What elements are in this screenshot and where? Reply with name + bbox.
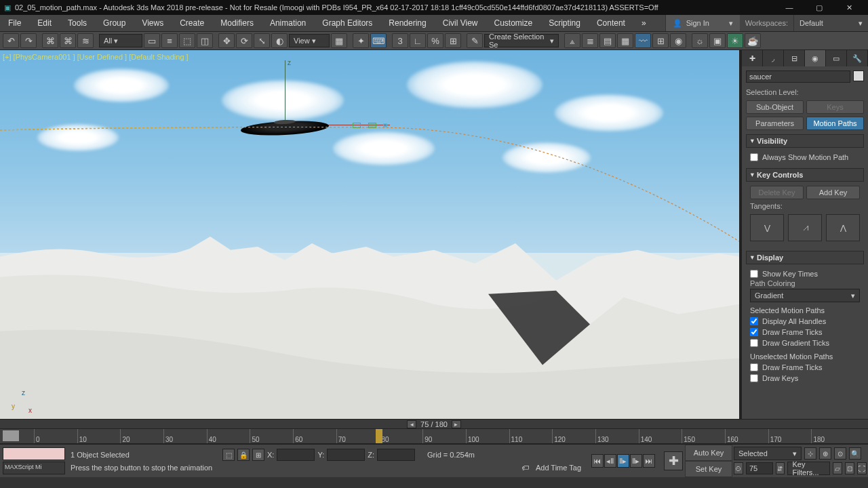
render-preset-button[interactable]: ☕ — [745, 33, 761, 48]
workspace-select[interactable]: Default ▾ — [793, 15, 868, 31]
menu-grapheditors[interactable]: Graph Editors — [314, 15, 380, 31]
menu-create[interactable]: Create — [172, 15, 212, 31]
align-button[interactable]: ≣ — [582, 33, 598, 48]
menu-modifiers[interactable]: Modifiers — [212, 15, 262, 31]
nav-walk-button[interactable]: ⊡ — [845, 462, 854, 474]
auto-key-button[interactable]: Auto Key — [685, 445, 732, 461]
add-time-tag[interactable]: Add Time Tag — [536, 464, 581, 472]
layers-button[interactable]: ▤ — [599, 33, 616, 48]
playhead[interactable] — [376, 429, 382, 443]
track-bar[interactable]: ◂ 75 / 180 ▸ — [0, 419, 868, 428]
keys-button[interactable]: Keys — [806, 100, 864, 114]
placement-button[interactable]: ◐ — [271, 33, 288, 48]
menu-rendering[interactable]: Rendering — [380, 15, 434, 31]
menu-edit[interactable]: Edit — [29, 15, 60, 31]
nav-zoom-button[interactable]: 🔍 — [849, 447, 861, 460]
keymode-select[interactable]: Selected▾ — [734, 447, 802, 460]
always-show-check[interactable]: Always Show Motion Path — [750, 152, 860, 163]
menu-overflow[interactable]: » — [633, 15, 654, 31]
goto-end-button[interactable]: ⏭ — [643, 454, 655, 468]
undo-button[interactable]: ↶ — [3, 33, 19, 48]
material-editor-button[interactable]: ◉ — [670, 33, 686, 48]
path-coloring-select[interactable]: Gradient▾ — [750, 289, 860, 302]
draw-gradientticks-check[interactable]: Draw Gradient Ticks — [750, 338, 860, 348]
menu-customize[interactable]: Customize — [486, 15, 541, 31]
rollout-keycontrols[interactable]: Key Controls — [746, 168, 864, 182]
named-selset-edit-button[interactable]: ✎ — [467, 33, 483, 48]
key-filters-button[interactable]: Key Filters... — [787, 462, 830, 475]
tangent-in-button[interactable]: ⋁ — [750, 214, 784, 241]
current-frame-input[interactable]: 75 — [746, 462, 773, 474]
draw-frameticks-check[interactable]: Draw Frame Ticks — [750, 327, 860, 338]
manipulate-button[interactable]: ✦ — [353, 33, 369, 48]
angle-snap-button[interactable]: ∟ — [410, 33, 426, 48]
rollout-visibility[interactable]: Visibility — [746, 134, 864, 148]
tab-hierarchy[interactable]: ⊟ — [784, 50, 805, 66]
isolate-button[interactable]: ⊞ — [252, 449, 264, 461]
u-draw-keys-check[interactable]: Draw Keys — [750, 373, 860, 384]
menu-views[interactable]: Views — [134, 15, 172, 31]
menu-animation[interactable]: Animation — [262, 15, 314, 31]
viewport[interactable]: [+] [PhysCamera001 ] [User Defined ] [De… — [0, 50, 741, 419]
menu-content[interactable]: Content — [589, 15, 633, 31]
lock-selection-button[interactable]: ⬚ — [222, 449, 235, 461]
subobject-button[interactable]: Sub-Object — [746, 100, 804, 114]
tangent-both-button[interactable]: ⩘ — [788, 214, 822, 241]
tangent-out-button[interactable]: ⋀ — [826, 214, 860, 241]
unlink-button[interactable]: ⌘ — [60, 33, 76, 48]
menu-scripting[interactable]: Scripting — [540, 15, 589, 31]
tab-display[interactable]: ▭ — [826, 50, 847, 66]
x-input[interactable] — [277, 449, 315, 461]
close-button[interactable]: ✕ — [834, 0, 864, 15]
display-handles-check[interactable]: Display All Handles — [750, 316, 860, 327]
track-right-button[interactable]: ▸ — [452, 420, 461, 428]
maxscript-mini[interactable]: MAXScript Mi — [3, 462, 65, 474]
lock-button[interactable]: 🔒 — [237, 449, 250, 461]
viewport-label[interactable]: [+] [PhysCamera001 ] [User Defined ] [De… — [3, 53, 189, 61]
u-draw-frameticks-check[interactable]: Draw Frame Ticks — [750, 362, 860, 373]
tab-motion[interactable]: ◉ — [805, 50, 826, 66]
menu-file[interactable]: File — [0, 15, 29, 31]
named-selset[interactable]: Create Selection Se ▾ — [484, 34, 559, 47]
keymode-button[interactable]: ✚ — [664, 451, 683, 470]
percent-snap-button[interactable]: % — [427, 33, 443, 48]
redo-button[interactable]: ↷ — [20, 33, 37, 48]
prompt-color-box[interactable] — [3, 447, 65, 460]
prev-frame-button[interactable]: ◂Ⅱ — [604, 454, 616, 468]
goto-start-button[interactable]: ⏮ — [591, 454, 604, 468]
menu-tools[interactable]: Tools — [60, 15, 95, 31]
snap-toggle-button[interactable]: 3 — [392, 33, 408, 48]
motion-paths-button[interactable]: Motion Paths — [806, 117, 864, 130]
selection-filter[interactable]: All ▾ — [99, 34, 142, 47]
timeline-prompt-icon[interactable] — [3, 430, 19, 441]
tab-utilities[interactable]: 🔧 — [847, 50, 868, 66]
mirror-button[interactable]: ⟁ — [564, 33, 580, 48]
menu-group[interactable]: Group — [95, 15, 134, 31]
ribbon-button[interactable]: ▦ — [617, 33, 633, 48]
nav-fov-button[interactable]: ▱ — [833, 462, 842, 474]
minimize-button[interactable]: — — [774, 0, 804, 15]
scale-button[interactable]: ⤡ — [254, 33, 270, 48]
select-rect-button[interactable]: ⬚ — [179, 33, 195, 48]
y-input[interactable] — [327, 449, 365, 461]
rotate-button[interactable]: ⟳ — [236, 33, 252, 48]
maximize-button[interactable]: ▢ — [804, 0, 834, 15]
move-button[interactable]: ✥ — [218, 33, 235, 48]
nav-orbit-button[interactable]: ⊕ — [819, 447, 831, 460]
color-swatch[interactable] — [853, 70, 864, 81]
select-window-button[interactable]: ◫ — [197, 33, 213, 48]
track-left-button[interactable]: ◂ — [407, 420, 416, 428]
show-keytimes-check[interactable]: Show Key Times — [750, 268, 860, 279]
z-input[interactable] — [377, 449, 415, 461]
time-config-button[interactable]: ⏲ — [734, 462, 743, 474]
nav-dolly-button[interactable]: ⊙ — [834, 447, 846, 460]
refcoord-select[interactable]: View ▾ — [289, 34, 330, 47]
add-key-button[interactable]: Add Key — [806, 186, 860, 199]
curve-editor-button[interactable]: 〰 — [635, 33, 651, 48]
render-frame-button[interactable]: ▣ — [709, 33, 726, 48]
select-name-button[interactable]: ≡ — [161, 33, 178, 48]
rollout-display[interactable]: Display — [746, 251, 864, 264]
nav-pan-button[interactable]: ⊹ — [804, 447, 816, 460]
render-setup-button[interactable]: ☼ — [692, 33, 708, 48]
tag-icon[interactable]: 🏷 — [521, 464, 529, 472]
